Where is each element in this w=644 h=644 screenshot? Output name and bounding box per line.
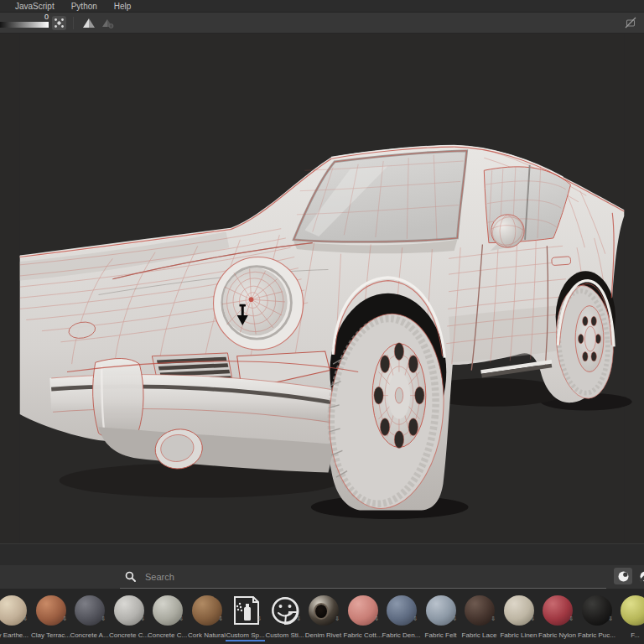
material-sphere-rivet [309,595,339,626]
material-label: Custom Sti... [266,631,304,639]
material-label: Clay Terrac... [31,631,70,639]
material-item[interactable]: Denim Rivet [304,589,343,644]
material-label: Fabric Linen [500,631,537,639]
material-item[interactable]: Fabric Felt [421,589,460,644]
dither-pattern-icon [54,18,65,29]
material-library-row: ay Earthe... Clay Terrac... Concrete A..… [0,589,644,644]
sphere-alt-preview-button[interactable] [636,568,644,584]
material-sphere [114,595,144,626]
material-label: Fabric Lace [462,631,497,639]
material-label: Concrete C... [109,631,148,639]
material-search-bar [0,565,644,589]
material-item[interactable]: Clay Terrac... [31,589,70,644]
material-sphere [36,595,66,626]
material-label: Custom Sp... [226,631,264,641]
material-label: Fabric Puc... [578,631,615,639]
menu-help[interactable]: Help [110,2,136,11]
toolbar: 0 [0,13,644,34]
material-sphere [387,595,417,626]
material-label: F... [631,631,640,639]
visibility-off-button[interactable] [624,16,637,29]
rivet-hole [315,605,327,618]
mirror-icon [82,17,96,29]
material-sphere [582,595,612,626]
material-label: Fabric Cott... [344,631,382,639]
sphere-icon [617,570,630,583]
material-label: Concrete C... [148,631,187,639]
panel-spacer [0,543,644,565]
material-label: Fabric Den... [382,631,421,639]
search-icon [125,571,136,582]
mirror-button[interactable] [82,17,96,29]
material-sphere [504,595,534,626]
preview-mode-buttons [612,568,644,588]
material-item[interactable]: Concrete C... [148,589,187,644]
mirror-alt-icon [101,17,114,29]
material-item[interactable]: Concrete A... [70,589,109,644]
menu-bar: JavaScript Python Help [0,0,644,13]
material-label: Concrete A... [70,631,108,639]
gradient-slider[interactable] [0,22,49,28]
visibility-off-icon [624,16,637,29]
material-label: ay Earthe... [0,631,29,639]
menu-javascript[interactable]: JavaScript [11,2,59,11]
slider-value: 0 [32,13,49,21]
material-item[interactable]: Fabric Linen [499,589,538,644]
material-label: Fabric Felt [425,631,457,639]
material-sphere [465,595,495,626]
3d-viewport[interactable] [0,34,644,543]
material-item[interactable]: Custom Sti... [265,589,304,644]
material-sphere [153,595,183,626]
search-input[interactable] [143,571,549,583]
material-label: Fabric Nylon [538,631,576,639]
menu-python[interactable]: Python [67,2,101,11]
material-item[interactable]: Fabric Lace [460,589,499,644]
sphere-preview-button[interactable] [614,568,632,584]
material-sphere [75,595,105,626]
toolbar-separator [73,17,74,29]
material-sphere [348,595,378,626]
material-item[interactable]: Concrete C... [109,589,148,644]
material-item[interactable]: ay Earthe... [0,589,31,644]
material-item[interactable]: Fabric Cott... [343,589,382,644]
sphere-stripe-icon [639,570,644,583]
material-sphere [426,595,456,626]
mirror-alt-button[interactable] [101,17,114,29]
dither-pattern-button[interactable] [52,16,66,30]
material-item-selected[interactable]: Custom Sp... [226,589,265,644]
material-label: Denim Rivet [305,631,342,639]
sticker-icon [269,595,301,626]
search-field[interactable] [120,565,606,589]
material-item[interactable]: Fabric Puc... [577,589,616,644]
material-sphere [543,595,573,626]
material-sphere [192,595,222,626]
material-item[interactable]: Cork Natural [187,589,226,644]
material-sphere [621,595,644,626]
car-model-render [0,34,644,543]
material-item[interactable]: F... [615,589,644,644]
spray-paint-icon [230,595,262,626]
material-item[interactable]: Fabric Den... [382,589,421,644]
material-item[interactable]: Fabric Nylon [538,589,577,644]
material-sphere [0,595,27,626]
material-label: Cork Natural [188,631,226,639]
